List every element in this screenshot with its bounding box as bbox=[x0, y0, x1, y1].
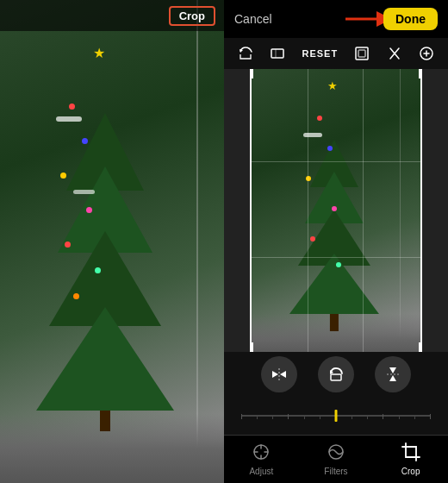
wall-right bbox=[400, 69, 401, 352]
tick bbox=[304, 415, 305, 419]
flip-icon bbox=[387, 46, 402, 61]
ornament bbox=[82, 138, 88, 144]
tab-adjust[interactable]: Adjust bbox=[235, 442, 287, 476]
ornament-r bbox=[310, 236, 315, 242]
crop-icon bbox=[401, 442, 420, 464]
rotate-icon-btn[interactable] bbox=[238, 46, 253, 61]
tick bbox=[241, 414, 242, 419]
ornament-r bbox=[317, 116, 322, 121]
tick bbox=[272, 415, 273, 419]
rotate-90-icon bbox=[327, 366, 345, 383]
aspect-icon-btn[interactable] bbox=[270, 46, 285, 61]
tick bbox=[399, 415, 400, 419]
rotate-button[interactable] bbox=[318, 356, 354, 392]
fullscreen-icon bbox=[354, 46, 370, 61]
right-panel: Cancel Done bbox=[224, 0, 448, 483]
crop-corner-tr bbox=[408, 69, 421, 78]
rotate-icon bbox=[238, 46, 253, 61]
ornament bbox=[73, 293, 79, 299]
adjust-label: Adjust bbox=[249, 467, 273, 476]
svg-marker-1 bbox=[240, 49, 243, 53]
fullscreen-icon-btn[interactable] bbox=[354, 46, 370, 61]
flip-vertical-button[interactable] bbox=[375, 356, 411, 392]
ornament bbox=[86, 207, 92, 213]
svg-rect-13 bbox=[406, 447, 416, 457]
tick bbox=[383, 414, 383, 419]
tick bbox=[430, 414, 431, 419]
svg-rect-2 bbox=[271, 49, 283, 58]
snow-r bbox=[303, 133, 322, 137]
filters-icon bbox=[327, 442, 345, 464]
ornament bbox=[65, 242, 71, 248]
tick bbox=[352, 415, 352, 419]
flip-icon-btn[interactable] bbox=[387, 46, 402, 61]
rotation-slider[interactable] bbox=[224, 397, 448, 435]
ornament bbox=[60, 172, 66, 179]
slider-track bbox=[241, 415, 431, 417]
crop-photo: ★ bbox=[250, 69, 422, 352]
aspect-icon bbox=[270, 46, 285, 61]
adjust-icon bbox=[252, 442, 271, 464]
ornament-r bbox=[327, 146, 333, 151]
crop-label: Crop bbox=[169, 6, 215, 26]
crop-tab-label: Crop bbox=[401, 467, 420, 476]
ornament bbox=[95, 267, 101, 273]
svg-rect-4 bbox=[356, 47, 368, 60]
flip-horizontal-button[interactable] bbox=[261, 356, 297, 392]
ornament-r bbox=[306, 176, 311, 181]
snow bbox=[73, 190, 95, 194]
reset-button[interactable]: RESET bbox=[302, 48, 339, 59]
crop-corner-tl bbox=[251, 69, 264, 78]
tab-crop[interactable]: Crop bbox=[385, 442, 437, 476]
christmas-tree-right bbox=[289, 140, 379, 331]
toolbar-row: RESET bbox=[224, 38, 448, 69]
tick bbox=[320, 415, 320, 419]
tree-star-right: ★ bbox=[327, 79, 338, 92]
cancel-button[interactable]: Cancel bbox=[234, 12, 272, 26]
svg-rect-10 bbox=[331, 374, 341, 380]
tick bbox=[257, 415, 258, 419]
left-photo-bg: ★ bbox=[0, 0, 224, 483]
tick bbox=[367, 415, 368, 419]
bottom-tab-bar: Adjust Filters Crop bbox=[224, 435, 448, 483]
tick bbox=[288, 414, 289, 419]
tick bbox=[414, 415, 415, 419]
wall-decoration bbox=[196, 0, 198, 483]
left-panel: ★ Crop bbox=[0, 0, 224, 483]
svg-rect-5 bbox=[358, 50, 365, 57]
ornament-r bbox=[332, 206, 337, 211]
flip-h-icon bbox=[271, 367, 288, 382]
tab-filters[interactable]: Filters bbox=[310, 442, 362, 476]
more-icon bbox=[419, 46, 434, 61]
tree-star: ★ bbox=[93, 45, 105, 61]
ornament-r bbox=[336, 262, 341, 267]
more-icon-btn[interactable] bbox=[419, 46, 434, 61]
done-button[interactable]: Done bbox=[383, 8, 438, 30]
filters-label: Filters bbox=[324, 467, 347, 476]
flip-v-icon bbox=[385, 366, 401, 383]
ornament bbox=[69, 104, 75, 110]
snow bbox=[56, 116, 82, 122]
left-topbar: Crop bbox=[0, 0, 224, 31]
right-topbar: Cancel Done bbox=[224, 0, 448, 38]
photo-area: ★ bbox=[224, 69, 448, 352]
slider-center-marker bbox=[335, 410, 338, 422]
christmas-tree-left bbox=[36, 139, 174, 431]
round-buttons-row bbox=[224, 352, 448, 397]
